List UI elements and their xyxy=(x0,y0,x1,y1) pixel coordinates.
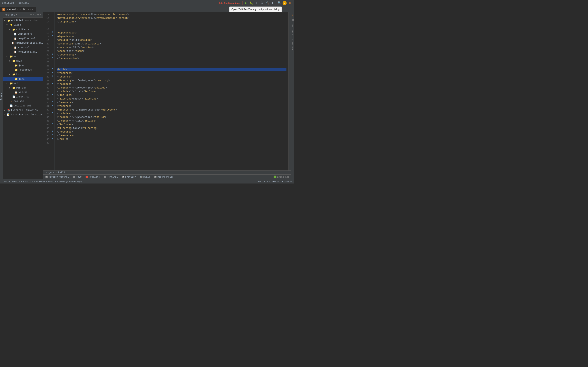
collapse-icon[interactable]: ≡ xyxy=(33,13,34,16)
fold-arrow-37[interactable]: ▼ xyxy=(51,104,54,107)
tab-todo[interactable]: ☑ TODO xyxy=(72,175,82,179)
bottom-right: ✓ Event Log xyxy=(274,175,289,178)
project-title-bar: Project ▼ xyxy=(5,13,17,16)
tree-item-web-xml[interactable]: ▶ 📋 web.xml xyxy=(3,90,43,95)
cursor-position[interactable]: 46:13 xyxy=(258,180,265,183)
tree-label: External Libraries xyxy=(11,109,38,112)
tree-item-artifacts[interactable]: ▶ 📁 artifacts xyxy=(3,27,43,32)
fold-arrow-46[interactable]: ▲ xyxy=(51,137,54,140)
code-line-31: <includes> xyxy=(57,82,286,86)
settings-icon[interactable]: ⚙ xyxy=(37,13,39,16)
fold-arrow-17[interactable]: ▼ xyxy=(51,31,54,33)
bookmarks-panel-button[interactable]: Bookmarks xyxy=(291,38,294,52)
problems-icon: ! xyxy=(86,176,88,178)
project-panel-strip[interactable]: Project xyxy=(0,12,3,179)
tree-item-webinf[interactable]: ▼ 📁 WEB-INF xyxy=(3,86,43,90)
tree-item-index-jsp[interactable]: ▶ 📄 index.jsp xyxy=(3,95,43,99)
tab-build-label: Build xyxy=(143,176,150,178)
fold-arrow-31[interactable]: ▼ xyxy=(51,82,54,85)
right-panel-strip: m 🗄 Structure Bookmarks xyxy=(291,12,294,179)
scrollbar[interactable] xyxy=(288,12,291,170)
build-icon[interactable]: 🔨 xyxy=(265,1,269,5)
coverage-icon[interactable]: ⚡ xyxy=(255,1,259,5)
event-log-label[interactable]: ✓ Event Log xyxy=(274,175,289,178)
tree-item-pom-xml[interactable]: ▶ m pom.xml xyxy=(3,99,43,104)
tree-item-java-test[interactable]: ▶ 📁 java xyxy=(3,77,43,81)
tree-item-workspace-xml[interactable]: 📋 workspace.xml xyxy=(3,50,43,54)
titlebar: untitled – pom.xml Add Configuration... … xyxy=(0,0,294,6)
tab-version-control[interactable]: ↑ Version Control xyxy=(44,175,70,179)
filter-icon[interactable]: ⊟ xyxy=(35,13,36,16)
more-icon[interactable]: ▼ xyxy=(270,1,275,5)
tab-terminal[interactable]: > Terminal xyxy=(103,175,119,179)
search-icon[interactable]: 🔍 xyxy=(277,1,281,5)
fold-arrow-42[interactable]: ▲ xyxy=(51,122,54,125)
breadcrumb-project[interactable]: project xyxy=(45,171,54,174)
tree-arrow: ▼ xyxy=(4,20,6,22)
web-folder-icon: 📁 xyxy=(9,82,13,85)
tree-item-gitignore[interactable]: 📄 .gitignore xyxy=(3,32,43,36)
fold-arrow-27[interactable]: ▼ xyxy=(51,67,54,70)
gitignore-icon: 📄 xyxy=(14,33,17,36)
code-line-34: </includes> xyxy=(57,93,286,97)
encoding[interactable]: UTF-8 xyxy=(272,180,279,183)
fold-arrow-23[interactable]: ▲ xyxy=(51,53,54,55)
tab-problems[interactable]: ! Problems xyxy=(85,175,100,179)
tab-profiler-label: Profiler xyxy=(125,176,136,178)
main-folder-icon: 📁 xyxy=(12,59,15,63)
tree-item-ext-libs[interactable]: ▶ 📚 External Libraries xyxy=(3,108,43,113)
tab-close-button[interactable]: ✕ xyxy=(32,8,33,11)
code-view[interactable]: <maven.compiler.source>17</maven.compile… xyxy=(55,12,288,170)
tab-dependencies[interactable]: ⛓ Dependencies xyxy=(153,175,174,179)
line-ending[interactable]: LF xyxy=(267,180,270,183)
tree-arrow: ▼ xyxy=(9,87,11,89)
user-icon[interactable]: U xyxy=(283,1,287,5)
profile-icon[interactable]: ⏱ xyxy=(260,1,264,5)
fold-arrow-44[interactable]: ▲ xyxy=(51,130,54,133)
code-line-36: </resource> xyxy=(57,101,286,104)
tree-item-scratches[interactable]: ▶ 📝 Scratches and Consoles xyxy=(3,113,43,117)
tree-item-untitled-iml[interactable]: ▶ 📄 untitled.iml xyxy=(3,104,43,108)
fold-arrow-29[interactable]: ▼ xyxy=(51,75,54,77)
maven-panel-button[interactable]: m xyxy=(291,13,294,17)
add-config-button[interactable]: Add Configuration... xyxy=(217,1,243,5)
close-panel-icon[interactable]: ✕ xyxy=(40,13,41,16)
code-line-24: </dependencies> xyxy=(57,57,286,60)
code-line-21: <version>4.13.2</version> xyxy=(57,46,286,49)
tab-build[interactable]: 🔨 Build xyxy=(139,175,151,179)
tree-item-java-main[interactable]: ▶ 📁 java xyxy=(3,63,43,68)
settings-icon[interactable]: ⚙ xyxy=(288,1,292,5)
tab-profiler[interactable]: ⏱ Profiler xyxy=(121,175,137,179)
database-panel-button[interactable]: 🗄 xyxy=(291,17,294,22)
tree-item-idea[interactable]: ▼ 💡 .idea xyxy=(3,23,43,27)
fold-arrow-24[interactable]: ▲ xyxy=(51,56,54,59)
tree-item-untitled[interactable]: ▼ 📁 untitled ~/untitled xyxy=(3,18,43,23)
tree-item-test[interactable]: ▼ 📁 test xyxy=(3,72,43,77)
tree-item-misc-xml[interactable]: 📋 misc.xml xyxy=(3,45,43,50)
tree-item-compiler-xml[interactable]: 📋 compiler.xml xyxy=(3,36,43,41)
tree-item-resources[interactable]: ▶ 📁 resources xyxy=(3,68,43,72)
debug-icon[interactable]: 🐛 xyxy=(249,1,253,5)
fold-arrow-45[interactable]: ▲ xyxy=(51,133,54,136)
code-line-18: <dependency> xyxy=(57,35,286,38)
tree-item-web[interactable]: ▼ 📁 web xyxy=(3,81,43,86)
indent[interactable]: 4 spaces xyxy=(282,180,292,183)
editor-content[interactable]: 1213141516 1718192021 2223242526 2728293… xyxy=(43,12,291,170)
tree-item-jar-repos-xml[interactable]: 📋 jarRepositories.xml xyxy=(3,41,43,45)
tab-pom-xml[interactable]: m pom.xml (untitled) ✕ xyxy=(0,7,36,12)
add-config-tooltip: Open 'Edit Run/Debug configurations' dia… xyxy=(229,7,282,12)
fold-arrow-34[interactable]: ▲ xyxy=(51,93,54,96)
fold-arrow-28[interactable]: ▼ xyxy=(51,71,54,74)
fold-arrow-18[interactable]: ▼ xyxy=(51,34,54,37)
tree-item-main[interactable]: ▼ 📁 main xyxy=(3,59,43,63)
tree-item-src[interactable]: ▼ 📁 src xyxy=(3,54,43,59)
locate-icon[interactable]: ⊕ xyxy=(30,13,32,16)
code-line-27: <build> xyxy=(57,68,286,71)
run-icon[interactable]: ▶ xyxy=(244,1,248,5)
tree-arrow: ▼ xyxy=(6,55,9,58)
fold-arrow-36[interactable]: ▲ xyxy=(51,100,54,103)
dropdown-icon[interactable]: ▼ xyxy=(16,14,17,16)
structure-panel-button[interactable]: Structure xyxy=(291,23,294,37)
fold-arrow-39[interactable]: ▼ xyxy=(51,111,54,114)
breadcrumb-build[interactable]: build xyxy=(58,171,65,174)
